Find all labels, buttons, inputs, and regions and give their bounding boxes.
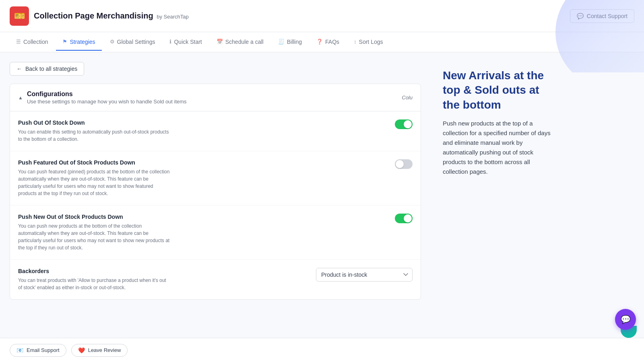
tab-schedule-call[interactable]: 📅Schedule a call [210,34,270,51]
tab-icon-global-settings: ⚙ [110,39,115,45]
setting-row-push-new-oos: Push New Out of Stock Products Down You … [10,206,421,260]
backorders-select[interactable]: Product is in-stock Product is out-of-st… [316,268,413,282]
config-header-left: ▲ Configurations Use these settings to m… [18,90,187,105]
toggle-push-featured[interactable] [395,159,413,169]
toggle-push-out-of-stock[interactable] [395,119,413,129]
collapse-icon[interactable]: ▲ [18,95,23,101]
header-left: 🎫 Collection Page Merchandising by Searc… [10,6,189,26]
tab-icon-collection: ☰ [16,39,21,45]
right-panel: New Arrivals at the top & Sold outs at t… [431,52,568,338]
app-title: Collection Page Merchandising [34,11,153,20]
tab-label-faqs: FAQs [325,39,339,45]
promo-title: New Arrivals at the top & Sold outs at t… [443,68,555,112]
app-icon: 🎫 [10,6,29,26]
email-support-label: Email Support [27,347,60,353]
tab-label-quick-start: Quick Start [174,39,202,45]
email-icon: 📧 [17,347,23,354]
back-to-strategies-button[interactable]: ← Back to all strategies [10,62,84,76]
setting-desc-push-featured: You can push featured (pinned) products … [18,168,171,197]
config-title: Configurations [27,90,187,98]
tab-icon-sort-logs: ↕ [354,39,357,45]
setting-desc-backorders: You can treat products with 'Allow to pu… [18,277,171,291]
contact-support-label: Contact Support [587,13,627,19]
setting-control-backorders: Product is in-stock Product is out-of-st… [316,268,413,282]
setting-info-push-featured: Push Featured Out of Stock Products Down… [18,159,171,197]
tab-sort-logs[interactable]: ↕Sort Logs [347,34,389,51]
back-arrow-icon: ← [17,66,22,72]
back-button-label: Back to all strategies [25,66,77,72]
footer: 📧 Email Support ❤️ Leave Review [0,338,644,362]
tab-icon-schedule-call: 📅 [217,39,223,45]
tab-label-global-settings: Global Settings [117,39,155,45]
setting-desc-push-new-oos: You can push new products at the bottom … [18,222,171,251]
contact-support-button[interactable]: 💬 Contact Support [570,9,634,23]
config-col-label: Colu [402,95,413,101]
setting-info-push-out-of-stock: Push Out Of Stock Down You can enable th… [18,119,171,143]
tab-icon-strategies: ⚑ [62,39,67,45]
tab-label-sort-logs: Sort Logs [359,39,383,45]
leave-review-button[interactable]: ❤️ Leave Review [71,344,128,357]
tab-label-strategies: Strategies [70,39,95,45]
contact-support-icon: 💬 [577,13,584,19]
setting-row-push-out-of-stock: Push Out Of Stock Down You can enable th… [10,111,421,151]
tab-label-collection: Collection [23,39,48,45]
tab-label-billing: Billing [287,39,302,45]
setting-control-push-new-oos [395,214,413,223]
setting-title-push-new-oos: Push New Out of Stock Products Down [18,214,171,220]
setting-info-push-new-oos: Push New Out of Stock Products Down You … [18,214,171,251]
tab-strategies[interactable]: ⚑Strategies [56,34,101,51]
setting-title-backorders: Backorders [18,268,171,274]
review-icon: ❤️ [78,347,85,354]
setting-info-backorders: Backorders You can treat products with '… [18,268,171,291]
toggle-slider-push-new-oos [395,214,413,223]
config-subtitle: Use these settings to manage how you wis… [27,99,187,105]
promo-description: Push new products at the top of a collec… [443,119,555,177]
tab-label-schedule-call: Schedule a call [225,39,264,45]
tab-faqs[interactable]: ❓FAQs [310,34,346,51]
tab-billing[interactable]: 🧾Billing [272,34,308,51]
setting-desc-push-out-of-stock: You can enable this setting to automatic… [18,128,171,143]
toggle-slider-push-out-of-stock [395,119,413,129]
setting-row-push-featured: Push Featured Out of Stock Products Down… [10,151,421,206]
tab-collection[interactable]: ☰Collection [10,34,54,51]
config-header: ▲ Configurations Use these settings to m… [10,84,421,111]
config-title-group: Configurations Use these settings to man… [27,90,187,105]
setting-row-backorders: Backorders You can treat products with '… [10,260,421,299]
config-card: ▲ Configurations Use these settings to m… [10,84,421,300]
leave-review-label: Leave Review [88,347,121,353]
main-layout: ← Back to all strategies ▲ Configuration… [0,52,644,338]
tab-icon-billing: 🧾 [278,39,285,45]
app-title-group: Collection Page Merchandising by SearchT… [34,11,189,21]
nav-tabs: ☰Collection⚑Strategies⚙Global SettingsℹQ… [0,32,644,52]
tab-icon-faqs: ❓ [316,39,323,45]
header: 🎫 Collection Page Merchandising by Searc… [0,0,644,32]
setting-title-push-featured: Push Featured Out of Stock Products Down [18,159,171,166]
toggle-slider-push-featured [395,159,413,169]
tab-quick-start[interactable]: ℹQuick Start [163,34,208,51]
content-panel: ← Back to all strategies ▲ Configuration… [0,52,431,338]
tab-global-settings[interactable]: ⚙Global Settings [103,34,162,51]
tab-icon-quick-start: ℹ [169,39,171,45]
setting-control-push-out-of-stock [395,119,413,129]
email-support-button[interactable]: 📧 Email Support [10,344,66,357]
setting-title-push-out-of-stock: Push Out Of Stock Down [18,119,171,126]
chat-bubble-button[interactable]: 💬 [615,309,636,330]
setting-control-push-featured [395,159,413,169]
app-by: by SearchTap [157,14,189,20]
toggle-push-new-oos[interactable] [395,214,413,223]
